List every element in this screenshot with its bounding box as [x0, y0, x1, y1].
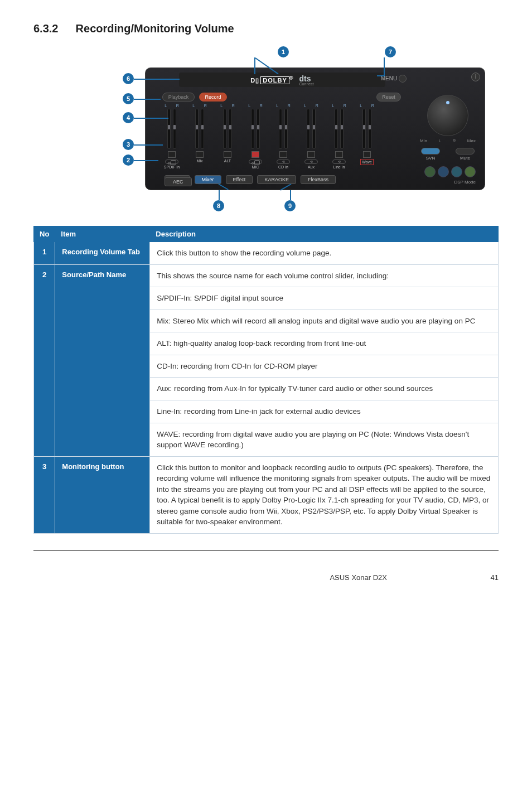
mute-toggle[interactable] [196, 151, 204, 158]
mute-toggle[interactable] [224, 151, 231, 158]
volume-slider[interactable] [167, 109, 171, 149]
row-no: 2 [34, 264, 55, 456]
col-item: Item [55, 226, 150, 242]
mute-toggle[interactable] [363, 151, 371, 158]
callout-9: 9 [284, 200, 296, 211]
master-volume-knob[interactable] [427, 95, 468, 136]
callout-3: 3 [123, 139, 134, 150]
dsp-mode-icon[interactable] [438, 166, 449, 177]
lock-icon [171, 160, 176, 165]
dts-logo: dts Connect [299, 74, 314, 86]
mute-toggle[interactable] [307, 151, 315, 158]
channel-wave: LR Wave [355, 104, 379, 169]
dolby-logo: D▯DOLBY® [250, 75, 293, 84]
callout-7: 7 [385, 46, 396, 57]
row-desc: CD-In: recording from CD-In for CD-ROM p… [150, 355, 499, 378]
row-no: 1 [34, 242, 55, 265]
mixer-screenshot: 1 7 6 5 4 3 2 8 9 D▯DOLBY® dts Connect M… [33, 45, 499, 212]
volume-slider[interactable] [229, 109, 232, 149]
mute-toggle[interactable] [168, 151, 176, 158]
row-desc: This shows the source name for each volu… [150, 264, 499, 287]
master-panel: Min L R Max SVN Mute [414, 90, 481, 189]
dsp-mode-icon[interactable] [424, 166, 436, 177]
svn-toggle[interactable] [421, 148, 440, 154]
volume-slider[interactable] [312, 109, 316, 149]
tab-mixer[interactable]: Mixer [195, 175, 221, 184]
chevron-down-icon [399, 75, 407, 83]
master-mute-toggle[interactable] [456, 148, 475, 154]
footer-product: ASUS Xonar D2X [330, 573, 387, 582]
record-tab[interactable]: Record [199, 93, 227, 102]
mute-toggle[interactable] [335, 151, 343, 158]
callout-5: 5 [123, 93, 134, 104]
page-footer: ASUS Xonar D2X 41 [33, 573, 499, 582]
mixer-panel: D▯DOLBY® dts Connect MENU i Playback Rec… [145, 67, 485, 190]
row-desc: Line-In: recording from Line-in jack for… [150, 400, 499, 423]
channel-mic: LR ⟲| MIC [244, 104, 267, 169]
mute-toggle[interactable] [252, 151, 259, 158]
row-desc: WAVE: recording from digital wave audio … [150, 423, 499, 456]
tab-flexbass[interactable]: FlexBass [301, 175, 336, 184]
col-desc: Description [150, 226, 499, 242]
volume-slider[interactable] [223, 109, 226, 149]
channel-mix: LR Mix [188, 104, 211, 169]
link-icon[interactable]: ⟲ [304, 160, 318, 164]
footer-page: 41 [476, 573, 499, 582]
callout-1: 1 [278, 46, 289, 57]
row-desc: Click this button to show the recording … [150, 242, 499, 265]
callout-2: 2 [123, 154, 134, 166]
callout-4: 4 [123, 112, 134, 123]
brand-bar: D▯DOLBY® dts Connect [179, 73, 385, 87]
volume-slider[interactable] [251, 109, 254, 149]
section-heading: 6.3.2 Recording/Monitoring Volume [33, 22, 499, 35]
footer-rule [33, 550, 499, 551]
channel-spdif-in: LR ⟲| SPDIF In [160, 104, 183, 169]
info-button[interactable]: i [471, 73, 480, 81]
channel-cd-in: LR ⟲ CD In [272, 104, 295, 169]
volume-slider[interactable] [173, 109, 176, 149]
lock-icon [254, 160, 260, 165]
row-desc: Click this button to monitor and loopbac… [150, 456, 499, 533]
dsp-mode-icon[interactable] [465, 166, 476, 177]
volume-slider[interactable] [362, 109, 366, 149]
row-desc: S/PDIF-In: S/PDIF digital input source [150, 287, 499, 310]
row-desc: ALT: high-quality analog loop-back recor… [150, 332, 499, 355]
link-icon[interactable]: ⟲ [332, 160, 346, 164]
section-number: 6.3.2 [33, 22, 72, 35]
tab-effect[interactable]: Effect [226, 175, 253, 184]
tab-karaoke[interactable]: KARAOKE [257, 175, 296, 184]
col-no: No [34, 226, 55, 242]
channel-alt: LR ALT [216, 104, 239, 169]
row-desc: Mix: Stereo Mix which will record all an… [150, 310, 499, 332]
dsp-mode-label: DSP Mode [414, 180, 481, 185]
volume-slider[interactable] [307, 109, 310, 149]
slider-row: LR ⟲| SPDIF In LR Mix LR ALT LR [160, 104, 379, 169]
volume-slider[interactable] [201, 109, 204, 149]
dsp-mode-icon[interactable] [451, 166, 462, 177]
row-item: Source/Path Name [55, 264, 150, 456]
link-icon[interactable]: ⟲| [249, 160, 262, 164]
callout-8: 8 [213, 200, 224, 211]
link-icon[interactable]: ⟲ [277, 160, 290, 164]
volume-slider[interactable] [340, 109, 344, 149]
row-desc: Aux: recording from Aux-In for typically… [150, 378, 499, 400]
volume-slider[interactable] [368, 109, 371, 149]
volume-slider[interactable] [195, 109, 199, 149]
callout-6: 6 [123, 73, 134, 84]
row-no: 3 [34, 456, 55, 533]
tab-aec[interactable]: AEC [165, 177, 192, 186]
row-item: Monitoring button [55, 456, 150, 533]
mute-toggle[interactable] [279, 151, 287, 158]
description-table: No Item Description 1 Recording Volume T… [33, 226, 499, 534]
reset-button[interactable]: Reset [376, 93, 401, 102]
volume-slider[interactable] [335, 109, 338, 149]
section-title: Recording/Monitoring Volume [76, 22, 234, 35]
volume-slider[interactable] [284, 109, 288, 149]
channel-line-in: LR ⟲ Line In [327, 104, 351, 169]
link-icon[interactable]: ⟲| [165, 160, 178, 164]
channel-aux: LR ⟲ Aux [299, 104, 323, 169]
row-item: Recording Volume Tab [55, 242, 150, 265]
playback-tab[interactable]: Playback [162, 93, 195, 102]
volume-slider[interactable] [279, 109, 282, 149]
volume-slider[interactable] [257, 109, 260, 149]
